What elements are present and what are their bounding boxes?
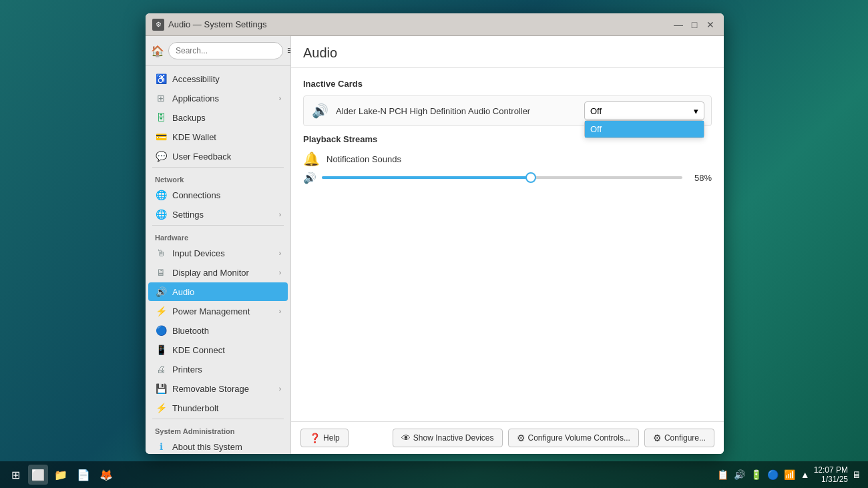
search-input[interactable] [168, 42, 283, 59]
user-feedback-icon: 💬 [155, 150, 167, 162]
dropdown-menu: Off [584, 120, 704, 138]
network-divider [152, 167, 284, 168]
volume-slider-container[interactable] [322, 171, 682, 184]
chevron-icon: › [279, 308, 281, 315]
minimize-button[interactable]: — [672, 18, 685, 31]
sidebar-item-about-system[interactable]: ℹ About this System [148, 437, 288, 454]
sidebar-item-label: Removable Storage [172, 384, 274, 394]
footer-left: ❓ Help [300, 429, 387, 447]
clock[interactable]: 12:07 PM 1/31/25 [814, 465, 848, 484]
volume-slider-fill [322, 176, 531, 179]
printers-icon: 🖨 [155, 363, 167, 375]
taskbar: ⊞ ⬜ 📁 📄 🦊 📋 🔊 🔋 🔵 📶 ▲ 12:07 PM 1/31/25 🖥 [0, 461, 868, 488]
sidebar-item-input-devices[interactable]: 🖱 Input Devices › [148, 244, 288, 262]
taskbar-settings-btn[interactable]: 📄 [73, 465, 93, 485]
removable-storage-icon: 💾 [155, 383, 167, 395]
sidebar: 🏠 ≡ ♿ Accessibility ⊞ Applications › 🗄 B… [146, 36, 291, 454]
sidebar-item-connections[interactable]: 🌐 Connections [148, 186, 288, 204]
sidebar-item-thunderbolt[interactable]: ⚡ Thunderbolt [148, 399, 288, 417]
sidebar-item-label: Settings [172, 210, 274, 220]
configure-volume-icon: ⚙ [517, 433, 525, 443]
sidebar-item-backups[interactable]: 🗄 Backups [148, 108, 288, 127]
audio-card-row: 🔊 Alder Lake-N PCH High Definition Audio… [303, 95, 712, 126]
taskbar-file-manager[interactable]: 📁 [51, 465, 71, 485]
sidebar-item-kde-connect[interactable]: 📱 KDE Connect [148, 340, 288, 359]
sidebar-item-bluetooth[interactable]: 🔵 Bluetooth [148, 321, 288, 340]
taskbar-right: 📋 🔊 🔋 🔵 📶 ▲ 12:07 PM 1/31/25 🖥 [717, 465, 868, 484]
backups-icon: 🗄 [155, 111, 167, 124]
taskbar-left: ⊞ ⬜ 📁 📄 🦊 [0, 465, 116, 485]
sidebar-item-label: KDE Wallet [172, 132, 281, 142]
chevron-icon: › [279, 95, 281, 102]
sidebar-item-network-settings[interactable]: 🌐 Settings › [148, 205, 288, 224]
section-admin-label: System Administration [146, 422, 290, 437]
expand-tray-icon[interactable]: ▲ [801, 469, 810, 480]
help-label: Help [323, 433, 340, 443]
audio-card-label: Alder Lake-N PCH High Definition Audio C… [336, 106, 578, 116]
close-button[interactable]: ✕ [704, 18, 717, 31]
sidebar-item-label: Audio [172, 287, 281, 297]
sidebar-item-label: Printers [172, 364, 281, 375]
playback-section: Playback Streams 🔔 Notification Sounds 🔊 [303, 134, 712, 184]
sidebar-item-kde-wallet[interactable]: 💳 KDE Wallet [148, 128, 288, 146]
content-header: Audio [291, 36, 724, 68]
dropdown-option-off[interactable]: Off [585, 121, 704, 138]
sidebar-item-accessibility[interactable]: ♿ Accessibility [148, 69, 288, 88]
sidebar-item-printers[interactable]: 🖨 Printers [148, 360, 288, 379]
configure-button[interactable]: ⚙ Configure... [644, 429, 714, 447]
window-body: 🏠 ≡ ♿ Accessibility ⊞ Applications › 🗄 B… [146, 36, 724, 454]
volume-slider-track [322, 176, 682, 179]
sidebar-item-display-monitor[interactable]: 🖥 Display and Monitor › [148, 263, 288, 282]
sidebar-item-applications[interactable]: ⊞ Applications › [148, 89, 288, 107]
page-title: Audio [303, 45, 712, 61]
sidebar-item-label: Connections [172, 190, 281, 200]
taskbar-pager[interactable]: ⬜ [28, 465, 48, 485]
taskbar-app-menu[interactable]: ⊞ [5, 465, 25, 485]
section-hardware-label: Hardware [146, 228, 290, 243]
sidebar-item-removable-storage[interactable]: 💾 Removable Storage › [148, 379, 288, 398]
titlebar: ⚙ Audio — System Settings — □ ✕ [146, 13, 724, 36]
content-footer: ❓ Help 👁 Show Inactive Devices ⚙ Configu… [291, 421, 724, 454]
sidebar-item-user-feedback[interactable]: 💬 User Feedback [148, 147, 288, 166]
hardware-divider [152, 225, 284, 226]
titlebar-controls: — □ ✕ [672, 18, 717, 31]
footer-right: 👁 Show Inactive Devices ⚙ Configure Volu… [393, 429, 714, 447]
help-button[interactable]: ❓ Help [300, 429, 349, 447]
sidebar-item-label: KDE Connect [172, 345, 281, 355]
battery-tray-icon[interactable]: 🔋 [750, 469, 762, 480]
sidebar-item-power-management[interactable]: ⚡ Power Management › [148, 302, 288, 320]
dropdown-arrow-icon: ▾ [694, 106, 698, 116]
clipboard-tray-icon[interactable]: 📋 [717, 469, 728, 480]
sidebar-item-label: About this System [172, 442, 281, 452]
applications-icon: ⊞ [155, 92, 167, 104]
taskbar-firefox[interactable]: 🦊 [96, 465, 116, 485]
configure-label: Configure... [664, 433, 706, 443]
kde-wallet-icon: 💳 [155, 131, 167, 143]
bluetooth-icon: 🔵 [155, 324, 167, 336]
volume-slider-thumb[interactable] [525, 172, 536, 183]
dropdown-value: Off [590, 106, 602, 116]
section-network-label: Network [146, 170, 290, 185]
configure-volume-button[interactable]: ⚙ Configure Volume Controls... [508, 429, 639, 447]
sidebar-item-audio[interactable]: 🔊 Audio [148, 282, 288, 301]
volume-row: 🔊 58% [303, 171, 712, 184]
bluetooth-tray-icon[interactable]: 🔵 [767, 469, 779, 480]
sidebar-item-label: Accessibility [172, 74, 281, 84]
clock-time: 12:07 PM [814, 465, 848, 475]
connections-icon: 🌐 [155, 189, 167, 201]
show-inactive-button[interactable]: 👁 Show Inactive Devices [393, 429, 503, 447]
clock-date: 1/31/25 [814, 475, 848, 484]
network-settings-icon: 🌐 [155, 208, 167, 220]
screen-tray-icon[interactable]: 🖥 [852, 469, 861, 480]
power-management-icon: ⚡ [155, 305, 167, 317]
main-window: ⚙ Audio — System Settings — □ ✕ 🏠 ≡ ♿ Ac… [146, 13, 724, 454]
titlebar-left: ⚙ Audio — System Settings [152, 19, 266, 31]
dropdown-button[interactable]: Off ▾ [584, 101, 704, 120]
home-button[interactable]: 🏠 [151, 41, 164, 60]
maximize-button[interactable]: □ [688, 18, 701, 31]
volume-tray-icon[interactable]: 🔊 [734, 469, 745, 480]
sidebar-item-label: Input Devices [172, 248, 274, 258]
wifi-tray-icon[interactable]: 📶 [784, 469, 795, 480]
sidebar-item-label: Applications [172, 93, 274, 103]
window-title: Audio — System Settings [168, 19, 266, 29]
